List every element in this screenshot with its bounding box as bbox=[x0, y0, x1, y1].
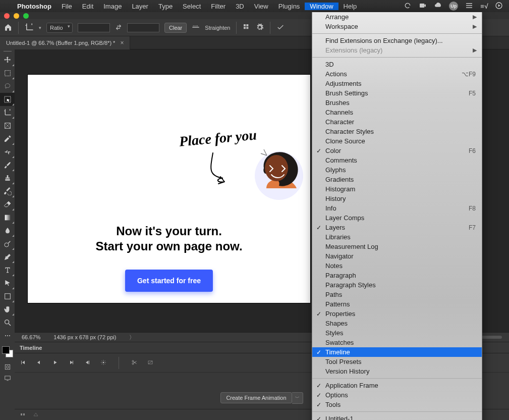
lasso-tool[interactable] bbox=[0, 80, 15, 93]
window-menu-item[interactable]: Glyphs bbox=[312, 165, 482, 175]
window-menu-item[interactable]: ✓Options bbox=[312, 390, 482, 400]
frame-tool[interactable] bbox=[0, 119, 15, 132]
object-select-tool[interactable] bbox=[0, 93, 15, 106]
window-menu-item[interactable]: Histogram bbox=[312, 184, 482, 194]
window-menu-item[interactable]: Tool Presets bbox=[312, 357, 482, 366]
extra-icon[interactable] bbox=[276, 23, 285, 32]
eyedropper-tool[interactable] bbox=[0, 132, 15, 145]
window-menu-item[interactable]: Find Extensions on Exchange (legacy)... bbox=[312, 36, 482, 45]
play-icon[interactable] bbox=[52, 359, 58, 366]
window-menu-item[interactable]: Paths bbox=[312, 290, 482, 299]
window-menu-item[interactable]: Actions⌥F9 bbox=[312, 69, 482, 79]
window-menu-item[interactable]: InfoF8 bbox=[312, 203, 482, 213]
window-menu-item[interactable]: Layer Comps bbox=[312, 213, 482, 223]
prev-frame-icon[interactable] bbox=[36, 359, 42, 366]
menu-window[interactable]: Window bbox=[305, 3, 338, 10]
path-select-tool[interactable] bbox=[0, 277, 15, 290]
window-menu-item[interactable]: Version History bbox=[312, 366, 482, 376]
cc-icon[interactable] bbox=[434, 2, 442, 11]
tray-icon-1[interactable] bbox=[465, 2, 473, 11]
window-menu-item[interactable]: ✓Timeline bbox=[312, 347, 482, 357]
minimize-window-icon[interactable] bbox=[14, 13, 19, 19]
window-menu-item[interactable]: ✓LayersF7 bbox=[312, 223, 482, 232]
tray-icon-3[interactable] bbox=[495, 2, 503, 11]
swap-icon[interactable] bbox=[115, 24, 122, 32]
window-menu-item[interactable]: Comments bbox=[312, 155, 482, 165]
grid-icon[interactable] bbox=[243, 23, 251, 32]
window-menu-item[interactable]: History bbox=[312, 194, 482, 203]
crop-tool-icon[interactable] bbox=[25, 23, 34, 33]
crop-tool[interactable] bbox=[0, 106, 15, 119]
panel-drag-handle[interactable] bbox=[0, 49, 15, 54]
window-menu-item[interactable]: Character bbox=[312, 117, 482, 127]
app-name[interactable]: Photoshop bbox=[12, 3, 56, 10]
up-icon[interactable]: Up bbox=[449, 2, 458, 11]
window-menu-item[interactable]: Paragraph Styles bbox=[312, 280, 482, 290]
window-menu-item[interactable]: ✓Application Frame bbox=[312, 381, 482, 390]
window-menu-item[interactable]: ✓ColorF6 bbox=[312, 146, 482, 155]
close-tab-icon[interactable]: × bbox=[120, 39, 124, 46]
clear-button[interactable]: Clear bbox=[164, 23, 187, 33]
healing-tool[interactable] bbox=[0, 145, 15, 159]
menu-image[interactable]: Image bbox=[98, 3, 127, 10]
document-tab[interactable]: Untitled-1 @ 66.7% (Buffer 1.png, RGB/8*… bbox=[0, 36, 130, 49]
dodge-tool[interactable] bbox=[0, 237, 15, 250]
window-menu-item[interactable]: Patterns bbox=[312, 299, 482, 309]
marquee-tool[interactable] bbox=[0, 67, 15, 80]
transition-icon[interactable] bbox=[147, 359, 153, 366]
window-menu-item[interactable]: Shapes bbox=[312, 319, 482, 328]
menu-file[interactable]: File bbox=[56, 3, 77, 10]
window-menu-item[interactable]: Character Styles bbox=[312, 127, 482, 136]
window-menu-item[interactable]: Libraries bbox=[312, 232, 482, 242]
window-menu-item[interactable]: Notes bbox=[312, 261, 482, 271]
chevron-down-icon[interactable]: ▾ bbox=[39, 25, 41, 30]
close-window-icon[interactable] bbox=[4, 13, 10, 19]
shape-tool[interactable] bbox=[0, 290, 15, 303]
last-frame-icon[interactable] bbox=[84, 359, 90, 366]
brush-tool[interactable] bbox=[0, 159, 15, 172]
menu-plugins[interactable]: Plugins bbox=[273, 3, 305, 10]
footer-icon-2[interactable] bbox=[33, 411, 39, 418]
screenmode-icon[interactable] bbox=[0, 373, 15, 384]
window-menu-item[interactable]: Navigator bbox=[312, 251, 482, 261]
next-frame-icon[interactable] bbox=[68, 359, 74, 366]
stamp-tool[interactable] bbox=[0, 172, 15, 185]
menu-3d[interactable]: 3D bbox=[231, 3, 249, 10]
zoom-tool[interactable] bbox=[0, 316, 15, 329]
window-menu-item[interactable]: ✓Untitled-1 bbox=[312, 414, 482, 420]
window-menu-item[interactable]: Gradients bbox=[312, 175, 482, 184]
window-menu-item[interactable]: ✓Tools bbox=[312, 400, 482, 409]
hand-tool[interactable] bbox=[0, 303, 15, 316]
blur-tool[interactable] bbox=[0, 224, 15, 237]
zoom-app-icon[interactable] bbox=[419, 2, 427, 11]
menu-type[interactable]: Type bbox=[153, 3, 178, 10]
color-swatch[interactable] bbox=[2, 346, 13, 357]
ratio-width-input[interactable] bbox=[78, 23, 110, 32]
status-chevron-icon[interactable]: 〉 bbox=[129, 334, 135, 341]
window-menu-item[interactable]: Measurement Log bbox=[312, 242, 482, 251]
window-menu-item[interactable]: Clone Source bbox=[312, 136, 482, 146]
window-menu-item[interactable]: ✓Properties bbox=[312, 309, 482, 319]
window-menu-item[interactable]: Brushes bbox=[312, 98, 482, 108]
ratio-height-input[interactable] bbox=[127, 23, 159, 32]
ratio-select[interactable]: Ratio bbox=[46, 23, 73, 33]
eraser-tool[interactable] bbox=[0, 198, 15, 211]
more-tools[interactable] bbox=[0, 329, 15, 342]
menu-edit[interactable]: Edit bbox=[77, 3, 98, 10]
sync-icon[interactable] bbox=[404, 2, 412, 11]
first-frame-icon[interactable] bbox=[20, 359, 26, 366]
timeline-settings-icon[interactable] bbox=[100, 359, 106, 366]
gear-icon[interactable] bbox=[256, 23, 264, 32]
document-canvas[interactable]: Place for you Now it's your turn. Start … bbox=[28, 75, 310, 303]
window-menu-item[interactable]: 3D bbox=[312, 60, 482, 69]
window-menu-item[interactable]: Brush SettingsF5 bbox=[312, 88, 482, 98]
create-frame-animation-button[interactable]: Create Frame Animation bbox=[220, 392, 292, 403]
scissors-icon[interactable] bbox=[131, 359, 137, 366]
quickmask-icon[interactable] bbox=[0, 361, 15, 373]
status-zoom[interactable]: 66.67% bbox=[22, 334, 40, 340]
home-icon[interactable] bbox=[4, 23, 12, 32]
status-dims[interactable]: 1436 px x 678 px (72 ppi) bbox=[53, 334, 116, 340]
straighten-icon[interactable] bbox=[192, 23, 200, 32]
window-menu-item[interactable]: Styles bbox=[312, 328, 482, 338]
type-tool[interactable] bbox=[0, 264, 15, 277]
